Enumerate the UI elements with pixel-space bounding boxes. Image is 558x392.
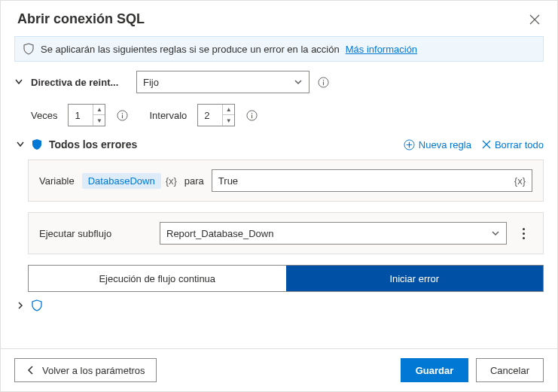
next-section-collapsed[interactable] [14, 299, 544, 311]
dialog-footer: Volver a los parámetros Guardar Cancelar [1, 348, 557, 391]
close-icon [482, 140, 491, 149]
interval-spinner: ▲ ▼ [222, 105, 234, 126]
subflow-select[interactable]: Report_Database_Down [160, 222, 507, 245]
info-icon[interactable] [245, 109, 258, 121]
times-label: Veces [31, 110, 57, 121]
info-bar: Se aplicarán las siguientes reglas si se… [14, 36, 544, 62]
svg-point-7 [252, 112, 253, 114]
info-icon[interactable] [116, 109, 128, 121]
svg-point-1 [322, 79, 324, 81]
chevron-down-icon [294, 77, 303, 87]
retry-policy-select[interactable]: Fijo [136, 71, 309, 93]
info-icon[interactable] [317, 76, 329, 88]
arrow-left-icon [26, 365, 36, 375]
interval-input[interactable]: 2 ▲ ▼ [197, 104, 235, 126]
svg-rect-5 [122, 114, 123, 118]
times-input[interactable]: 1 ▲ ▼ [68, 104, 105, 126]
chevron-right-icon [16, 301, 25, 310]
dialog-header: Abrir conexión SQL [1, 1, 557, 36]
chevron-down-icon[interactable] [16, 140, 25, 149]
info-text: Se aplicarán las siguientes reglas si se… [41, 44, 340, 55]
svg-point-4 [122, 112, 123, 114]
clear-all-button[interactable]: Borrar todo [482, 139, 544, 150]
info-link[interactable]: Más información [346, 44, 417, 55]
interval-label: Intervalo [149, 110, 187, 121]
chevron-down-icon[interactable] [14, 77, 23, 87]
interval-group: Intervalo 2 ▲ ▼ [149, 104, 258, 126]
shield-icon [31, 299, 43, 311]
new-rule-button[interactable]: Nueva regla [404, 139, 471, 150]
shield-icon [31, 138, 43, 150]
back-label: Volver a los parámetros [42, 365, 145, 376]
dialog: Abrir conexión SQL Se aplicarán las sigu… [0, 0, 558, 392]
flow-mode-toggle: Ejecución de flujo continua Iniciar erro… [28, 265, 544, 292]
new-rule-label: Nueva regla [419, 139, 471, 150]
retry-policy-row: Directiva de reint... Fijo [14, 71, 544, 93]
dialog-title: Abrir conexión SQL [17, 11, 145, 27]
rule-menu-button[interactable] [514, 228, 532, 239]
plus-circle-icon [404, 139, 415, 150]
spinner-up[interactable]: ▲ [93, 105, 105, 115]
spinner-up[interactable]: ▲ [223, 105, 234, 115]
errors-title: Todos los errores [49, 138, 137, 150]
continue-flow-button[interactable]: Ejecución de flujo continua [29, 266, 286, 291]
chevron-down-icon [491, 229, 500, 238]
fx-icon: {x} [166, 175, 177, 187]
spinner-down[interactable]: ▼ [93, 115, 105, 126]
close-button[interactable] [527, 12, 542, 27]
rule-card-variable: Variable DatabaseDown {x} para True {x} [28, 160, 544, 202]
subflow-label: Ejecutar subflujo [39, 228, 152, 239]
dialog-body: Directiva de reint... Fijo Veces 1 ▲ ▼ [1, 71, 557, 348]
subflow-value: Report_Database_Down [166, 228, 273, 239]
variable-label: Variable [39, 175, 75, 187]
dots-icon [523, 228, 525, 230]
spinner-down[interactable]: ▼ [223, 115, 234, 126]
para-label: para [184, 175, 204, 187]
svg-rect-2 [322, 81, 323, 85]
save-button[interactable]: Guardar [401, 358, 468, 382]
times-spinner: ▲ ▼ [93, 105, 105, 126]
shield-icon [23, 43, 35, 55]
variable-chip: DatabaseDown [82, 173, 161, 189]
throw-error-button[interactable]: Iniciar error [286, 266, 544, 291]
svg-rect-8 [252, 114, 252, 118]
back-button[interactable]: Volver a los parámetros [14, 358, 157, 382]
close-icon [529, 14, 540, 25]
variable-slot[interactable]: DatabaseDown {x} [82, 173, 177, 189]
clear-all-label: Borrar todo [495, 139, 544, 150]
value-text: True [218, 175, 238, 187]
fx-icon[interactable]: {x} [514, 175, 526, 187]
interval-value: 2 [198, 110, 222, 121]
value-input[interactable]: True {x} [212, 169, 532, 192]
retry-policy-value: Fijo [143, 77, 159, 88]
times-value: 1 [69, 110, 93, 121]
times-group: Veces 1 ▲ ▼ [31, 104, 128, 126]
rule-card-subflow: Ejecutar subflujo Report_Database_Down [28, 212, 544, 254]
retry-counts-row: Veces 1 ▲ ▼ Intervalo 2 ▲ [14, 104, 544, 126]
cancel-button[interactable]: Cancelar [476, 358, 544, 382]
errors-section-head: Todos los errores Nueva regla Borrar tod… [14, 138, 544, 150]
retry-policy-label: Directiva de reint... [31, 77, 129, 88]
